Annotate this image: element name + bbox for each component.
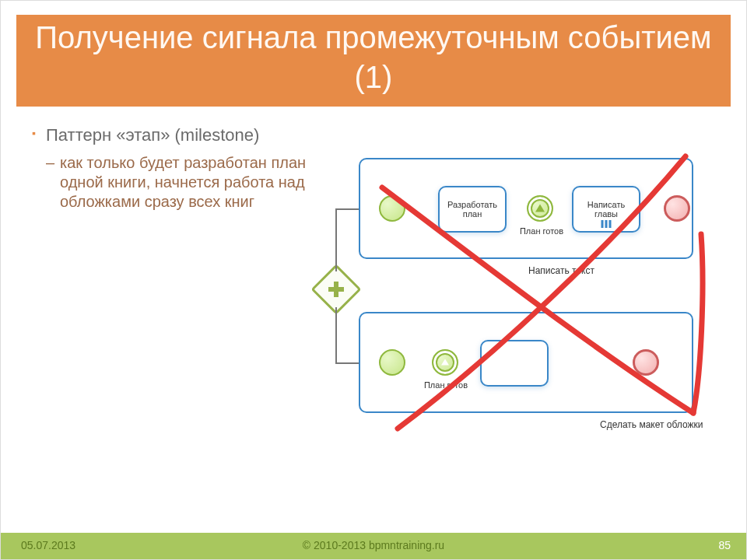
start-event-top-icon xyxy=(379,195,405,222)
event-label-plan-ready-bot: План готов xyxy=(418,380,474,390)
end-event-bot-icon xyxy=(633,349,659,376)
task-write-chapters-label: Написать главы xyxy=(577,200,636,219)
footer-bar: 05.07.2013 © 2010-2013 bpmntraining.ru 8… xyxy=(1,533,746,559)
task-develop-plan: Разработать план xyxy=(438,186,507,233)
pool-top-label: Написать текст xyxy=(528,265,594,276)
footer-copyright: © 2010-2013 bpmntraining.ru xyxy=(303,539,444,551)
pool-top: Разработать план План готов Написать гла… xyxy=(359,158,693,259)
pool-bottom: План готов xyxy=(359,312,693,413)
event-label-plan-ready-top: План готов xyxy=(514,226,569,236)
bpmn-diagram: Разработать план План готов Написать гла… xyxy=(312,149,717,444)
bullet-level2: как только будет разработан план одной к… xyxy=(32,153,312,212)
signal-throw-event-icon xyxy=(527,195,553,222)
slide-title: Получение сигнала промежуточным событием… xyxy=(16,15,731,107)
multi-instance-icon xyxy=(601,220,612,228)
start-event-bot-icon xyxy=(379,349,405,376)
task-blank xyxy=(480,340,549,387)
body-text: Паттерн «этап» (milestone) как только бу… xyxy=(32,125,312,212)
bullet-level1: Паттерн «этап» (milestone) xyxy=(32,125,312,145)
slide: Получение сигнала промежуточным событием… xyxy=(0,0,747,560)
signal-catch-event-icon xyxy=(432,349,458,376)
pool-bot-label: Сделать макет обложки xyxy=(600,419,703,430)
footer-date: 05.07.2013 xyxy=(21,539,75,551)
end-event-top-icon xyxy=(664,195,690,222)
task-write-chapters: Написать главы xyxy=(572,186,640,233)
footer-page-number: 85 xyxy=(718,539,731,551)
